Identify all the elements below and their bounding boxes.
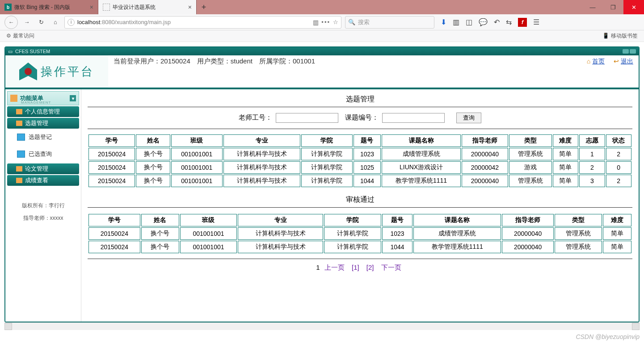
page-actions-icon[interactable]: ••• (321, 19, 330, 25)
query-button[interactable]: 查询 (456, 113, 481, 123)
table-cell: LIUNX游戏设计 (382, 161, 461, 174)
sidebar-item-profile[interactable]: 个人信息管理 (7, 106, 79, 117)
table-cell: 20000040 (462, 175, 508, 187)
search-icon: 🔍 (348, 19, 355, 25)
sidebar-item-label: 论文管理 (25, 165, 48, 173)
col-header: 学号 (88, 134, 135, 147)
table-cell: 计算机学院 (301, 148, 353, 160)
most-visited-link[interactable]: 最常访问 (6, 32, 34, 40)
sidebar-item-register[interactable]: 选题登记 (7, 129, 79, 146)
sidebar-item-grades[interactable]: 成绩查看 (7, 175, 79, 186)
back-button[interactable]: ← (4, 16, 18, 29)
table-cell: 管理系统 (555, 241, 602, 253)
sidebar-icon[interactable]: ◫ (466, 18, 472, 26)
table-cell: 2 (606, 175, 631, 187)
close-icon[interactable]: × (188, 4, 192, 11)
minimize-button[interactable]: — (582, 0, 603, 14)
col-header: 状态 (606, 134, 631, 147)
teacher-id-input[interactable] (276, 113, 338, 123)
home-button[interactable]: ⌂ (50, 17, 61, 28)
share-icon[interactable]: ⇆ (506, 18, 512, 26)
bookmark-star-icon[interactable]: ☆ (333, 19, 338, 25)
col-header: 难度 (603, 214, 631, 226)
window-close-button[interactable]: ✕ (623, 0, 644, 14)
logout-icon: ↩ (614, 58, 619, 65)
col-header: 班级 (180, 214, 237, 226)
col-header: 学号 (88, 214, 140, 226)
window-tabstrip: b 微软 Bing 搜索 - 国内版 × 毕业设计选题系统 × + — ❐ ✕ (0, 0, 644, 14)
qr-icon[interactable]: ▥ (313, 19, 319, 26)
tab-bing[interactable]: b 微软 Bing 搜索 - 国内版 × (0, 0, 98, 14)
site-info-icon[interactable]: i (67, 19, 75, 26)
col-header: 难度 (553, 134, 578, 147)
close-icon[interactable]: × (90, 4, 93, 11)
table-cell: 换个号 (136, 148, 170, 160)
sidebar-item-label: 选题管理 (25, 119, 48, 127)
forward-button[interactable]: → (21, 17, 32, 28)
table-cell: 成绩管理系统 (413, 227, 501, 240)
home-link[interactable]: 首页 (592, 58, 605, 65)
table-cell: 3 (579, 175, 605, 187)
collapse-icon[interactable]: ▾ (70, 95, 76, 101)
horizontal-scrollbar[interactable] (4, 322, 640, 330)
reload-button[interactable]: ↻ (36, 17, 46, 28)
sidebar-item-selected-query[interactable]: 已选查询 (7, 146, 79, 163)
bookmarks-bar: 最常访问 📱移动版书签 (0, 30, 644, 42)
table-cell: 001001001 (171, 148, 223, 160)
downloads-icon[interactable]: ⬇ (441, 18, 446, 26)
col-header: 学院 (324, 214, 381, 226)
topic-id-label: 课题编号： (345, 113, 379, 121)
scroll-left-button[interactable] (4, 323, 12, 330)
mobile-bookmarks-link[interactable]: 📱移动版书签 (602, 32, 638, 40)
sidebar-item-thesis[interactable]: 论文管理 (7, 163, 79, 174)
approved-table: 学号姓名班级专业学院题号课题名称指导老师类型难度20150024换个号00100… (88, 213, 632, 254)
teacher-id-label: 老师工号： (239, 113, 272, 121)
scroll-right-icon[interactable] (630, 49, 636, 54)
table-cell: 2 (579, 161, 605, 174)
table-cell: 管理系统 (555, 227, 602, 240)
search-input[interactable]: 🔍 搜索 (345, 16, 434, 29)
maximize-button[interactable]: ❐ (603, 0, 623, 14)
table-cell: 20150024 (88, 241, 140, 253)
table-cell: 1044 (354, 175, 381, 187)
sidebar-item-topic-mgmt[interactable]: 选题管理 (7, 118, 79, 129)
scroll-right-button[interactable] (632, 323, 640, 330)
chat-icon[interactable]: 💬 (479, 18, 488, 26)
header-links: ⌂首页 ↩退出 (580, 58, 633, 66)
page-icon (103, 4, 110, 11)
scroll-track[interactable] (12, 323, 632, 330)
pager-next[interactable]: 下一页 (381, 264, 401, 271)
topic-id-input[interactable] (382, 113, 445, 123)
table-cell: 计算机科学与技术 (238, 227, 323, 240)
table-cell: 换个号 (141, 227, 179, 240)
col-header: 专业 (223, 134, 300, 147)
table-cell: 换个号 (141, 241, 179, 253)
logout-link[interactable]: 退出 (621, 58, 633, 65)
pager-current: 1 (316, 264, 320, 271)
tab-label: 毕业设计选题系统 (113, 4, 185, 11)
flash-icon[interactable]: f (518, 18, 527, 27)
pager-page-1[interactable]: [1] (352, 264, 359, 271)
pager-prev[interactable]: 上一页 (324, 264, 345, 271)
new-tab-button[interactable]: + (197, 0, 211, 14)
col-header: 题号 (382, 214, 413, 226)
url-input[interactable]: i localhost:8080/xuantixitong/main.jsp ▥… (64, 16, 341, 29)
scroll-left-icon[interactable] (623, 49, 629, 54)
menu-icon[interactable]: ☰ (533, 18, 539, 26)
library-icon[interactable]: ▥ (453, 18, 459, 26)
table-row: 20150024换个号001001001计算机科学与技术计算机学院1023成绩管… (88, 227, 631, 240)
table-cell: 教学管理系统1111 (382, 175, 461, 187)
col-header: 姓名 (136, 134, 170, 147)
undo-icon[interactable]: ↶ (494, 18, 500, 26)
col-header: 指导老师 (502, 214, 554, 226)
table-cell: 001001001 (180, 227, 237, 240)
table-cell: 1 (579, 148, 605, 160)
table-cell: 20150024 (88, 148, 135, 160)
sidebar-item-label: 成绩查看 (25, 176, 48, 184)
table-row: 20150024换个号001001001计算机科学与技术计算机学院1023成绩管… (88, 148, 631, 160)
topics-table: 学号姓名班级专业学院题号课题名称指导老师类型难度志愿状态20150024换个号0… (88, 134, 632, 188)
app-titlebar: ▭CFES SUSTEM (5, 47, 639, 55)
pager-page-2[interactable]: [2] (366, 264, 374, 271)
tab-app[interactable]: 毕业设计选题系统 × (98, 0, 197, 14)
table-cell: 管理系统 (509, 175, 552, 187)
